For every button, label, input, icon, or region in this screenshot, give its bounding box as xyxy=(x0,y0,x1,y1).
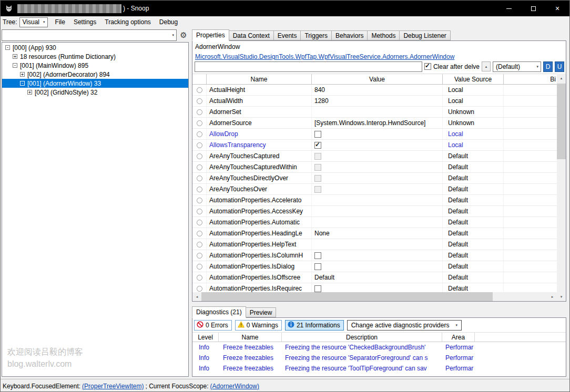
tree-expander-icon[interactable]: + xyxy=(27,90,32,95)
delve-up-button[interactable]: ▴ xyxy=(482,61,491,71)
property-row[interactable]: AreAnyTouchesCaptured Default xyxy=(192,151,557,162)
filter-settings-button[interactable]: ⚙ xyxy=(178,30,189,40)
property-checkbox[interactable] xyxy=(314,263,321,270)
property-checkbox[interactable] xyxy=(314,186,321,193)
tree-filter-input[interactable] xyxy=(2,30,172,40)
property-row[interactable]: AutomationProperties.IsRequirec Default xyxy=(192,283,557,292)
property-checkbox[interactable] xyxy=(314,131,321,138)
clear-after-delve-checkbox[interactable] xyxy=(424,63,431,70)
tab[interactable]: Events xyxy=(273,30,301,40)
property-row[interactable]: AutomationProperties.IsDialog Default xyxy=(192,261,557,272)
property-checkbox[interactable] xyxy=(314,175,321,182)
tab[interactable]: Triggers xyxy=(300,30,332,40)
menu-item[interactable]: Debug xyxy=(155,17,182,27)
maximize-button[interactable] xyxy=(521,1,545,16)
property-radio[interactable] xyxy=(197,187,202,192)
tab[interactable]: Behaviors xyxy=(331,30,368,40)
tree-item[interactable]: + [002] (AdornerDecorator) 894 xyxy=(2,70,188,79)
horizontal-scroll-thumb[interactable] xyxy=(201,292,493,301)
tree-item[interactable]: + [002] (GridNoStyle) 32 xyxy=(2,88,188,97)
property-checkbox[interactable] xyxy=(314,285,321,292)
property-filter-input[interactable] xyxy=(195,61,422,72)
property-checkbox[interactable] xyxy=(314,252,321,259)
tree-expander-icon[interactable]: - xyxy=(5,45,10,50)
property-row[interactable]: AllowsTransparency Local xyxy=(192,140,557,151)
property-radio[interactable] xyxy=(197,153,202,159)
tree-expander-icon[interactable]: + xyxy=(13,54,17,59)
tree-item[interactable]: + 18 resources (Runtime Dictionary) xyxy=(2,52,188,61)
value-source-filter-combobox[interactable]: (Default) ▾ xyxy=(493,61,541,72)
tree-item[interactable]: - [001] (AdornerWindow) 33 xyxy=(2,79,188,88)
tab[interactable]: Methods xyxy=(367,30,400,40)
close-button[interactable]: × xyxy=(545,1,569,16)
focus-scope-link[interactable]: (AdornerWindow) xyxy=(210,383,259,390)
column-header-level[interactable]: Level xyxy=(192,333,219,342)
diagnostic-row[interactable]: Info Freeze freezables Freezing the reso… xyxy=(192,353,566,363)
tree-expander-icon[interactable]: - xyxy=(20,81,25,86)
tree-item[interactable]: - [001] (MainWindow) 895 xyxy=(2,61,188,70)
horizontal-scroll-track[interactable] xyxy=(201,292,548,301)
property-row[interactable]: ActualHeight 840 Local xyxy=(192,85,557,96)
errors-filter-button[interactable]: 0 Errors xyxy=(194,320,232,331)
property-grid-vertical-scrollbar[interactable]: ▴ ▾ xyxy=(557,74,566,301)
column-header-diag-name[interactable]: Name xyxy=(219,333,282,342)
scroll-left-icon[interactable]: ◂ xyxy=(192,292,201,301)
diagnostic-row[interactable]: Info Freeze freezables Freezing the reso… xyxy=(192,363,566,374)
property-row[interactable]: AutomationProperties.AccessKey Default xyxy=(192,206,557,217)
property-row[interactable]: AutomationProperties.Automatic Default xyxy=(192,217,557,228)
menu-item[interactable]: Settings xyxy=(69,17,100,27)
tree-item[interactable]: - [000] (App) 930 xyxy=(2,43,188,52)
property-row[interactable]: AdornerSet Unknown xyxy=(192,107,557,118)
property-radio[interactable] xyxy=(197,231,202,236)
column-header-description[interactable]: Description xyxy=(282,333,442,342)
property-radio[interactable] xyxy=(197,253,202,259)
property-radio[interactable] xyxy=(197,131,202,137)
menu-item[interactable]: File xyxy=(51,17,69,27)
tab[interactable]: Properties xyxy=(192,29,229,41)
diagnostic-row[interactable]: Info Freeze freezables Freezing the reso… xyxy=(192,342,566,353)
property-radio[interactable] xyxy=(197,98,202,104)
tree-expander-icon[interactable]: - xyxy=(13,63,17,68)
property-checkbox[interactable] xyxy=(314,142,321,149)
property-radio[interactable] xyxy=(197,209,202,214)
column-header-name[interactable]: Name xyxy=(207,74,312,84)
property-row[interactable]: AreAnyTouchesCapturedWithin Default xyxy=(192,162,557,173)
scroll-right-icon[interactable]: ▸ xyxy=(548,292,557,301)
property-grid-horizontal-scrollbar[interactable]: ◂ ▸ xyxy=(192,292,557,301)
property-row[interactable]: ActualWidth 1280 Local xyxy=(192,96,557,107)
tab[interactable]: Debug Listener xyxy=(399,30,450,40)
scroll-up-icon[interactable]: ▴ xyxy=(557,74,566,82)
property-row[interactable]: AutomationProperties.HeadingLe None Defa… xyxy=(192,228,557,239)
informations-filter-button[interactable]: 21 Informations xyxy=(285,320,344,331)
warnings-filter-button[interactable]: 0 Warnings xyxy=(235,320,282,331)
column-header-value-source[interactable]: Value Source xyxy=(443,74,504,84)
property-radio[interactable] xyxy=(197,142,202,148)
property-checkbox[interactable] xyxy=(314,153,321,160)
property-row[interactable]: AreAnyTouchesOver Default xyxy=(192,184,557,195)
property-row[interactable]: AllowDrop Local xyxy=(192,129,557,140)
scroll-down-icon[interactable]: ▾ xyxy=(557,292,566,301)
property-radio[interactable] xyxy=(197,220,202,225)
property-radio[interactable] xyxy=(197,109,202,115)
menu-item[interactable]: Tracking options xyxy=(100,17,155,27)
tree-filter-combobox[interactable]: ▾ xyxy=(2,29,177,41)
property-radio[interactable] xyxy=(197,286,202,292)
column-header-value[interactable]: Value xyxy=(312,74,443,84)
tab[interactable]: Preview xyxy=(246,307,277,317)
tree-expander-icon[interactable]: + xyxy=(20,72,25,77)
undelve-button[interactable]: U xyxy=(555,61,564,72)
focused-element-link[interactable]: (ProperTreeViewItem) xyxy=(82,383,144,390)
property-row[interactable]: AdornerSource [System.Windows.Interop.Hw… xyxy=(192,118,557,129)
tree-mode-combobox[interactable]: Visual ▾ xyxy=(19,17,48,27)
property-checkbox[interactable] xyxy=(314,164,321,171)
property-radio[interactable] xyxy=(197,242,202,247)
property-row[interactable]: AutomationProperties.HelpText Default xyxy=(192,239,557,250)
property-radio[interactable] xyxy=(197,87,202,93)
column-header-area[interactable]: Area xyxy=(442,333,475,342)
property-row[interactable]: AutomationProperties.IsColumnH Default xyxy=(192,250,557,261)
vertical-scroll-thumb[interactable] xyxy=(557,84,566,159)
property-radio[interactable] xyxy=(197,198,202,203)
vertical-scroll-track[interactable] xyxy=(557,82,566,292)
property-radio[interactable] xyxy=(197,275,202,281)
property-row[interactable]: AutomationProperties.Accelerato Default xyxy=(192,195,557,206)
